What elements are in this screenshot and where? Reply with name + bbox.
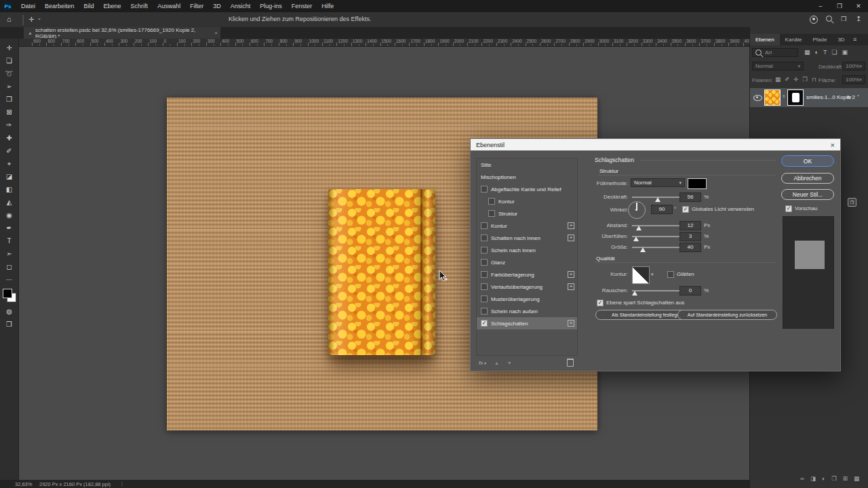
- restore-icon[interactable]: ❐: [830, 3, 849, 9]
- style-checkbox[interactable]: [488, 198, 495, 205]
- reset-default-button[interactable]: Auf Standardeinstellung zurücksetzen: [677, 310, 777, 320]
- layer-thumbnail[interactable]: [764, 89, 781, 106]
- panel-tab[interactable]: Kanäle: [780, 34, 808, 45]
- move-effect-down-icon[interactable]: ▼: [507, 361, 512, 365]
- chevron-down-icon[interactable]: ⌄: [37, 16, 41, 21]
- style-checkbox[interactable]: [481, 283, 488, 290]
- style-checkbox[interactable]: ✓: [481, 320, 488, 327]
- preview-checkbox[interactable]: ✓: [785, 205, 792, 212]
- add-effect-icon[interactable]: +: [568, 222, 574, 229]
- eyedropper-tool-icon[interactable]: ✑: [0, 119, 19, 131]
- tab-close-icon[interactable]: ×: [214, 30, 218, 36]
- search-icon[interactable]: [826, 16, 832, 22]
- add-fx-button[interactable]: fx ▾: [479, 360, 486, 366]
- menu-item[interactable]: Auswahl: [153, 0, 185, 12]
- size-slider[interactable]: [632, 247, 679, 248]
- knockout-checkbox[interactable]: ✓: [597, 300, 604, 306]
- adjustment-filter-icon[interactable]: ◐: [815, 49, 818, 56]
- panel-tab[interactable]: Pfade: [808, 34, 833, 45]
- global-light-checkbox[interactable]: ✓: [682, 206, 689, 213]
- minimize-icon[interactable]: –: [811, 3, 830, 9]
- contour-caret-icon[interactable]: ▾: [651, 272, 654, 277]
- style-checkbox[interactable]: [481, 259, 488, 266]
- gradient-tool-icon[interactable]: ◧: [0, 183, 19, 196]
- style-checkbox[interactable]: [481, 296, 488, 302]
- collapsed-panel-icon[interactable]: ❐: [848, 198, 856, 207]
- path-selection-tool-icon[interactable]: ➣: [0, 247, 19, 260]
- opacity-slider[interactable]: [632, 197, 679, 198]
- move-tool-options-icon[interactable]: ✛: [28, 16, 34, 23]
- clone-stamp-tool-icon[interactable]: ⌖: [0, 157, 19, 170]
- move-tool-icon[interactable]: ✛: [0, 41, 19, 54]
- style-checkbox[interactable]: [481, 222, 488, 229]
- ok-button[interactable]: OK: [781, 155, 834, 167]
- noise-field[interactable]: 0: [679, 286, 701, 296]
- type-filter-icon[interactable]: T: [823, 49, 827, 56]
- fill-field[interactable]: 100%▾: [842, 75, 865, 84]
- layer-group-icon[interactable]: ❒: [831, 475, 837, 482]
- menu-item[interactable]: Ansicht: [226, 0, 256, 12]
- style-checkbox[interactable]: [481, 271, 488, 278]
- blend-mode-select[interactable]: Normal▾: [752, 62, 804, 70]
- brush-tool-icon[interactable]: ✐: [0, 144, 19, 157]
- lock-all-icon[interactable]: ⊓: [812, 76, 816, 83]
- color-swatches[interactable]: [2, 288, 17, 303]
- lock-artboard-icon[interactable]: ❒: [802, 76, 808, 83]
- size-field[interactable]: 40: [679, 243, 701, 252]
- add-effect-icon[interactable]: +: [568, 320, 574, 327]
- style-list-item[interactable]: Stile +: [477, 159, 577, 171]
- style-checkbox[interactable]: [481, 186, 488, 192]
- menu-item[interactable]: Filter: [185, 0, 208, 12]
- quick-mask-icon[interactable]: ◍: [0, 305, 19, 318]
- style-list-item[interactable]: Farbüberlagerung +: [477, 268, 577, 281]
- shape-tool-icon[interactable]: ◻: [0, 260, 19, 273]
- panel-tab[interactable]: Ebenen: [750, 34, 780, 45]
- add-effect-icon[interactable]: +: [568, 235, 574, 241]
- menu-item[interactable]: Fenster: [287, 0, 317, 12]
- screen-mode-icon[interactable]: ❒: [0, 318, 19, 331]
- style-list-item[interactable]: Abgeflachte Kante und Relief +: [477, 183, 577, 195]
- style-list-item[interactable]: Schatten nach innen +: [477, 232, 577, 244]
- spread-slider[interactable]: [632, 236, 679, 237]
- menu-item[interactable]: 3D: [208, 0, 226, 12]
- emoji-layer-object[interactable]: [328, 189, 435, 355]
- crop-tool-icon[interactable]: ❐: [0, 93, 19, 106]
- status-chevron-icon[interactable]: 〉: [121, 481, 126, 488]
- style-list-item[interactable]: Mischoptionen +: [477, 171, 577, 183]
- new-layer-icon[interactable]: ⊞: [843, 475, 848, 482]
- menu-item[interactable]: Plug-ins: [255, 0, 287, 12]
- opacity-field[interactable]: 100%▾: [842, 62, 865, 70]
- add-effect-icon[interactable]: +: [568, 271, 574, 278]
- style-checkbox[interactable]: [481, 235, 488, 241]
- move-effect-up-icon[interactable]: ▲: [494, 361, 499, 365]
- menu-item[interactable]: Schrift: [126, 0, 153, 12]
- lock-transparency-icon[interactable]: ▦: [775, 76, 781, 83]
- lock-position-icon[interactable]: ✛: [793, 76, 798, 83]
- object-selection-tool-icon[interactable]: ➢: [0, 80, 19, 93]
- delete-effect-icon[interactable]: [567, 359, 574, 367]
- cancel-button[interactable]: Abbrechen: [781, 173, 834, 184]
- document-tab[interactable]: ▲ schatten erstellen.psdc bei 32,6% (smi…: [24, 27, 220, 39]
- distance-field[interactable]: 12: [679, 221, 701, 230]
- layer-filter-search[interactable]: Art: [752, 48, 798, 57]
- menu-item[interactable]: Ebene: [99, 0, 126, 12]
- more-tools-icon[interactable]: ⋯: [0, 273, 19, 286]
- close-icon[interactable]: ✕: [849, 3, 868, 9]
- zoom-level-field[interactable]: 32,63%: [15, 481, 32, 487]
- style-list-item[interactable]: Glanz +: [477, 256, 577, 268]
- style-list-item[interactable]: Verlaufsüberlagerung +: [477, 281, 577, 293]
- shadow-color-swatch[interactable]: [688, 178, 707, 189]
- style-list-item[interactable]: Musterüberlagerung +: [477, 293, 577, 305]
- mask-link-icon[interactable]: ∞: [782, 95, 786, 98]
- style-list-item[interactable]: Schein nach außen +: [477, 305, 577, 317]
- link-layers-icon[interactable]: ∞: [800, 475, 804, 482]
- home-icon[interactable]: ⌂: [7, 15, 12, 23]
- pixel-filter-icon[interactable]: ▦: [804, 49, 810, 56]
- frame-tool-icon[interactable]: ⊠: [0, 106, 19, 119]
- smart-object-filter-icon[interactable]: ▣: [842, 49, 848, 56]
- layer-fx-badge[interactable]: fx: [847, 94, 851, 100]
- visibility-eye-icon[interactable]: [753, 95, 762, 101]
- menu-item[interactable]: Bearbeiten: [40, 0, 79, 12]
- style-list-item[interactable]: Struktur +: [477, 207, 577, 220]
- healing-brush-tool-icon[interactable]: ✚: [0, 131, 19, 144]
